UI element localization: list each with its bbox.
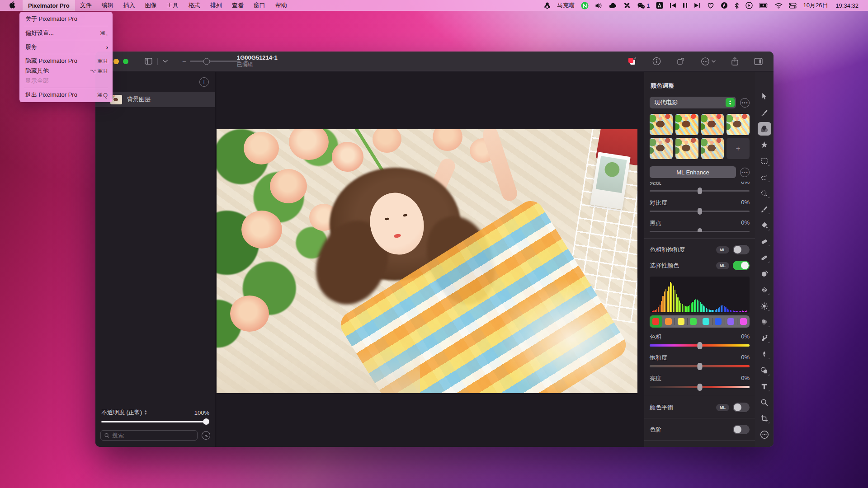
play-circle-icon[interactable] — [742, 0, 756, 11]
menu-item-2[interactable]: 偏好设置...⌘, — [19, 28, 113, 38]
effects-tool[interactable] — [758, 138, 771, 152]
preset-thumbnail-3[interactable] — [701, 114, 724, 135]
more-tools-button[interactable] — [758, 428, 771, 441]
toggle-switch[interactable] — [733, 245, 750, 254]
search-input[interactable] — [112, 432, 193, 439]
title-bar[interactable]: − + 1G00G51214-1 已编辑 — [95, 52, 774, 71]
opacity-slider[interactable] — [101, 418, 209, 425]
fill-tool[interactable] — [758, 219, 771, 232]
paint-tool[interactable] — [758, 202, 771, 216]
qq-icon[interactable] — [541, 0, 554, 11]
menu-item-4[interactable]: 服务› — [19, 42, 113, 52]
quick-select-tool[interactable] — [758, 187, 771, 200]
slider-track[interactable] — [650, 228, 750, 232]
slider-track[interactable] — [650, 208, 750, 214]
color-swatch-1[interactable] — [662, 315, 675, 328]
style-tool[interactable] — [758, 106, 771, 120]
pinwheel-icon[interactable] — [620, 0, 634, 11]
menu-查看[interactable]: 查看 — [227, 0, 249, 11]
menu-帮助[interactable]: 帮助 — [270, 0, 292, 11]
minimize-button[interactable] — [113, 59, 119, 64]
input-source-icon[interactable] — [653, 0, 666, 11]
clone-tool[interactable] — [758, 267, 771, 281]
move-tool[interactable] — [758, 90, 771, 103]
slider-track[interactable] — [650, 342, 750, 348]
layer-row-background[interactable]: 背景图层 — [95, 92, 215, 107]
color-swatch-icon[interactable] — [624, 55, 640, 68]
grain-tool[interactable] — [758, 283, 771, 297]
zoom-tool[interactable] — [758, 396, 771, 409]
canvas-area[interactable] — [216, 72, 644, 447]
menu-图像[interactable]: 图像 — [140, 0, 162, 11]
preset-thumbnail-4[interactable] — [726, 114, 750, 135]
color-swatch-7[interactable] — [737, 315, 750, 328]
menu-插入[interactable]: 插入 — [118, 0, 140, 11]
info-icon[interactable] — [650, 55, 664, 67]
ml-enhance-options-button[interactable]: ••• — [740, 168, 750, 177]
right-panel-toggle-icon[interactable] — [751, 56, 765, 67]
menu-排列[interactable]: 排列 — [205, 0, 227, 11]
color-adjustments-tool[interactable] — [758, 122, 771, 136]
menu-文件[interactable]: 文件 — [75, 0, 97, 11]
light-tool[interactable] — [758, 299, 771, 313]
zoom-out-button[interactable]: − — [182, 57, 186, 65]
shape-tool[interactable] — [758, 364, 771, 377]
layer-search-box[interactable] — [100, 430, 198, 441]
color-balance-toggle[interactable] — [733, 403, 750, 412]
wechat-icon[interactable]: 1 — [634, 0, 653, 11]
warp-tool[interactable] — [758, 332, 771, 345]
free-select-tool[interactable] — [758, 170, 771, 184]
swirl-app-icon[interactable] — [717, 0, 731, 11]
color-swatch-0[interactable] — [650, 315, 662, 328]
crop-tool[interactable] — [758, 412, 771, 426]
color-swatch-3[interactable] — [687, 315, 700, 328]
share-icon[interactable] — [728, 55, 741, 68]
rotate-canvas-icon[interactable] — [674, 55, 688, 67]
blend-mode-stepper[interactable]: ▲▼ — [144, 410, 147, 416]
color-swatch-4[interactable] — [700, 315, 712, 328]
menu-编辑[interactable]: 编辑 — [97, 0, 118, 11]
menu-工具[interactable]: 工具 — [162, 0, 184, 11]
bluetooth-icon[interactable] — [731, 0, 742, 11]
ml-enhance-button[interactable]: ML Enhance — [650, 166, 736, 178]
preset-thumbnail-7[interactable] — [701, 138, 724, 159]
heal-tool[interactable] — [758, 251, 771, 264]
color-swatch-5[interactable] — [712, 315, 725, 328]
preset-thumbnail-5[interactable] — [650, 138, 673, 159]
add-preset-button[interactable]: + — [726, 138, 750, 159]
menu-item-7[interactable]: 隐藏其他⌥⌘H — [19, 66, 113, 76]
pen-tool[interactable] — [758, 347, 771, 361]
volume-icon[interactable] — [592, 0, 606, 11]
more-ellipsis-icon[interactable] — [698, 55, 718, 68]
previous-track-icon[interactable] — [666, 0, 679, 11]
preset-select[interactable]: 现代电影 ▲▼ — [650, 97, 736, 108]
wifi-icon[interactable] — [772, 0, 786, 11]
slider-track[interactable] — [650, 384, 750, 390]
menu-item-6[interactable]: 隐藏 Pixelmator Pro⌘H — [19, 56, 113, 66]
preset-thumbnail-1[interactable] — [650, 114, 673, 135]
blur-tool[interactable] — [758, 315, 771, 329]
type-tool[interactable] — [758, 380, 771, 394]
status-date[interactable]: 10月26日 — [800, 0, 831, 11]
slider-track[interactable] — [650, 188, 750, 194]
add-layer-button[interactable]: + — [199, 77, 209, 87]
preset-options-button[interactable]: ••• — [740, 98, 750, 108]
slider-track[interactable] — [650, 363, 750, 369]
zoom-slider[interactable] — [190, 61, 241, 62]
filter-icon[interactable] — [202, 431, 210, 440]
zoom-window-button[interactable] — [123, 59, 128, 64]
status-username[interactable]: 马克喵 — [554, 0, 578, 11]
battery-icon[interactable] — [756, 0, 772, 11]
cloud-icon[interactable] — [606, 0, 620, 11]
preset-thumbnail-6[interactable] — [675, 138, 698, 159]
next-track-icon[interactable] — [691, 0, 704, 11]
status-time[interactable]: 19:34:32 — [831, 0, 862, 11]
menu-pixelmator-pro[interactable]: Pixelmator Pro — [23, 0, 75, 11]
toggle-switch[interactable] — [733, 261, 750, 270]
sidebar-toggle-icon[interactable] — [142, 56, 155, 66]
chevron-down-icon[interactable] — [160, 58, 170, 65]
netease-music-icon[interactable] — [578, 0, 592, 11]
heart-icon[interactable] — [704, 0, 717, 11]
preset-thumbnail-2[interactable] — [675, 114, 698, 135]
rect-select-tool[interactable] — [758, 155, 771, 168]
